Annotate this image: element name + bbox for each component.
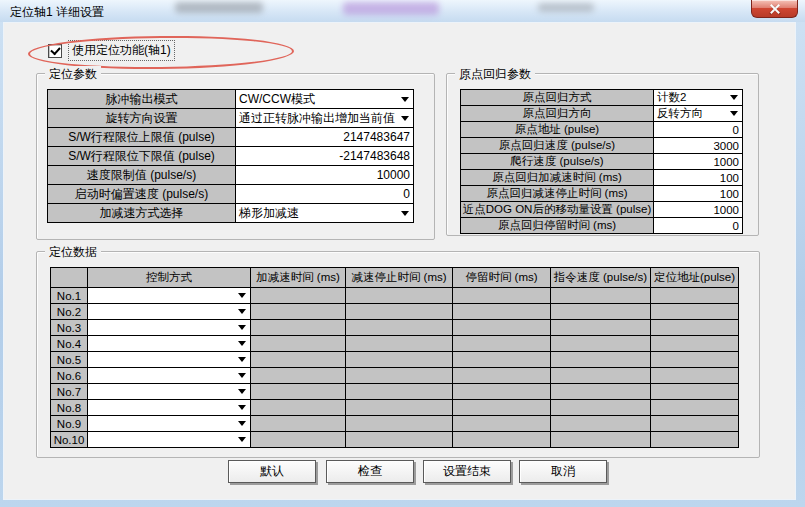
param-label-text: 近点DOG ON后的移动量设置 (pulse) [463, 202, 652, 217]
data-cell-disabled [453, 288, 550, 303]
control-mode-dropdown[interactable] [88, 368, 250, 383]
param-label-text: 加减速方式选择 [100, 205, 184, 222]
param-label: 近点DOG ON后的移动量设置 (pulse) [461, 202, 653, 217]
column-header [51, 268, 87, 287]
origin-return-params-title: 原点回归参数 [455, 66, 535, 83]
dropdown-caret-icon [730, 111, 738, 116]
dropdown-caret-icon [238, 341, 246, 346]
cancel-button[interactable]: 取消 [519, 460, 607, 483]
table-row: S/W行程限位下限值 (pulse)-2147483648 [48, 147, 413, 165]
origin-return-params-table: 原点回归方式计数2原点回归方向反转方向原点地址 (pulse)0原点回归速度 (… [460, 89, 743, 234]
data-cell-disabled [453, 384, 550, 399]
column-header: 加减速时间 (ms) [251, 268, 345, 287]
param-input-text: 100 [720, 172, 739, 184]
table-row: No.8 [51, 400, 738, 415]
control-mode-dropdown[interactable] [88, 432, 250, 447]
param-input-text: 2147483647 [343, 130, 410, 144]
dropdown-caret-icon [401, 97, 409, 102]
param-dropdown-text: 通过正转脉冲输出增加当前值 [236, 110, 401, 127]
param-input[interactable]: 1000 [654, 202, 742, 217]
row-number-label: No.7 [51, 384, 87, 399]
row-number-label: No.8 [51, 400, 87, 415]
dialog-client-area: 使用定位功能(轴1) 定位参数 脉冲输出模式CW/CCW模式旋转方向设置通过正转… [3, 22, 796, 500]
control-mode-dropdown[interactable] [88, 336, 250, 351]
background-window-blur [538, 3, 594, 12]
param-input[interactable]: 100 [654, 186, 742, 201]
data-cell-disabled [251, 352, 345, 367]
data-cell-disabled [551, 400, 650, 415]
check-button[interactable]: 检查 [326, 460, 414, 483]
data-cell-disabled [651, 416, 738, 431]
param-input[interactable]: 1000 [654, 154, 742, 169]
column-header-text: 指令速度 (pulse/s) [554, 270, 647, 285]
row-number-label: No.6 [51, 368, 87, 383]
data-cell-disabled [346, 336, 452, 351]
control-mode-dropdown[interactable] [88, 416, 250, 431]
param-dropdown-text: 反转方向 [654, 106, 730, 121]
param-dropdown[interactable]: 通过正转脉冲输出增加当前值 [236, 109, 413, 127]
param-label: 原点回归方向 [461, 106, 653, 121]
param-label: 原点回归停留时间 (ms) [461, 218, 653, 233]
background-window-blur [343, 2, 439, 15]
param-input[interactable]: 0 [654, 218, 742, 233]
param-input[interactable]: 100 [654, 170, 742, 185]
param-label-text: 旋转方向设置 [106, 110, 178, 127]
table-row: 原点回归方式计数2 [461, 90, 742, 105]
param-input[interactable]: -2147483648 [236, 147, 413, 165]
param-input-text: 1000 [713, 156, 739, 168]
param-label-text: 原点地址 (pulse) [515, 122, 599, 137]
param-dropdown[interactable]: CW/CCW模式 [236, 90, 413, 108]
check-button-label: 检查 [358, 463, 382, 480]
control-mode-dropdown[interactable] [88, 320, 250, 335]
param-dropdown[interactable]: 计数2 [654, 90, 742, 105]
table-row: No.5 [51, 352, 738, 367]
param-input[interactable]: 2147483647 [236, 128, 413, 146]
table-row: 原点回归速度 (pulse/s)3000 [461, 138, 742, 153]
close-icon [770, 4, 780, 14]
table-row: No.2 [51, 304, 738, 319]
param-input[interactable]: 0 [654, 122, 742, 137]
param-input[interactable]: 10000 [236, 166, 413, 184]
param-input[interactable]: 3000 [654, 138, 742, 153]
param-dropdown[interactable]: 反转方向 [654, 106, 742, 121]
finish-setup-button[interactable]: 设置结束 [423, 460, 511, 483]
use-positioning-checkbox[interactable] [48, 44, 62, 58]
row-number-label-text: No.6 [57, 370, 81, 382]
param-dropdown[interactable]: 梯形加减速 [236, 204, 413, 222]
data-cell-disabled [651, 368, 738, 383]
data-cell-disabled [251, 416, 345, 431]
control-mode-dropdown[interactable] [88, 400, 250, 415]
param-label: 原点回归速度 (pulse/s) [461, 138, 653, 153]
data-cell-disabled [551, 304, 650, 319]
param-label-text: 爬行速度 (pulse/s) [510, 154, 603, 169]
param-input[interactable]: 0 [236, 185, 413, 203]
control-mode-dropdown[interactable] [88, 384, 250, 399]
default-button[interactable]: 默认 [228, 460, 316, 483]
row-number-label: No.1 [51, 288, 87, 303]
row-number-label: No.10 [51, 432, 87, 447]
default-button-label: 默认 [260, 463, 284, 480]
close-button[interactable] [751, 0, 798, 18]
data-cell-disabled [551, 368, 650, 383]
column-header: 减速停止时间 (ms) [346, 268, 452, 287]
data-cell-disabled [251, 400, 345, 415]
data-cell-disabled [551, 320, 650, 335]
table-row: 旋转方向设置通过正转脉冲输出增加当前值 [48, 109, 413, 127]
param-input-text: 0 [403, 187, 410, 201]
row-number-label: No.9 [51, 416, 87, 431]
background-window-blur [175, 2, 263, 13]
table-row: No.9 [51, 416, 738, 431]
param-label: 爬行速度 (pulse/s) [461, 154, 653, 169]
data-cell-disabled [346, 368, 452, 383]
control-mode-dropdown[interactable] [88, 288, 250, 303]
data-cell-disabled [453, 432, 550, 447]
origin-return-params-group: 原点回归参数 原点回归方式计数2原点回归方向反转方向原点地址 (pulse)0原… [446, 73, 759, 236]
data-cell-disabled [651, 304, 738, 319]
data-cell-disabled [251, 368, 345, 383]
param-input-text: -2147483648 [339, 149, 410, 163]
data-cell-disabled [651, 400, 738, 415]
table-row: 脉冲输出模式CW/CCW模式 [48, 90, 413, 108]
column-header-text: 减速停止时间 (ms) [351, 270, 446, 285]
control-mode-dropdown[interactable] [88, 352, 250, 367]
control-mode-dropdown[interactable] [88, 304, 250, 319]
